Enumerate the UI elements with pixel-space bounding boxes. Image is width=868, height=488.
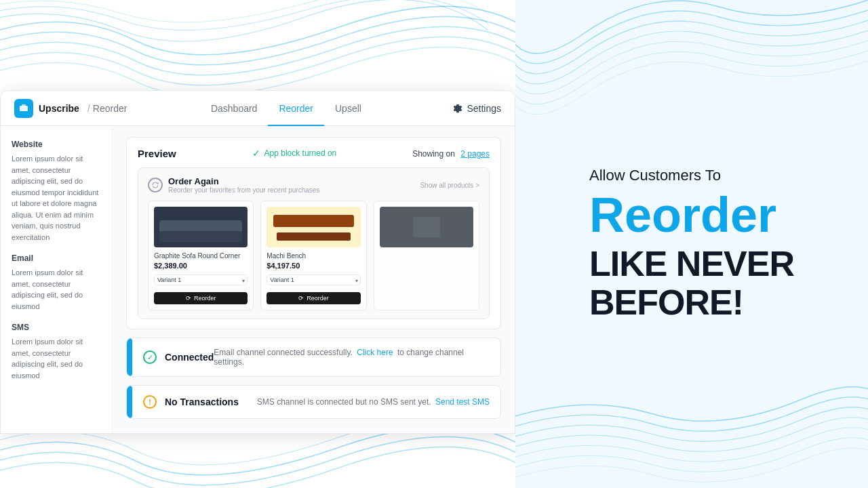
connected-icon-wrapper: ✓ bbox=[143, 350, 157, 364]
sofa-product-price: $2,389.00 bbox=[154, 262, 248, 270]
sidebar: Website Lorem ipsum dolor sit amet, cons… bbox=[1, 126, 113, 433]
app-window: Upscribe / Reorder Dashboard Reorder Ups… bbox=[0, 90, 515, 434]
tab-reorder[interactable]: Reorder bbox=[268, 91, 324, 126]
connected-card-content: ✓ Connected Email channel connected succ… bbox=[132, 338, 500, 376]
order-again-text: Order Again Reorder your favorites from … bbox=[168, 176, 319, 194]
right-panel: Allow Customers To Reorder LIKE NEVER BE… bbox=[515, 0, 868, 488]
product-card-bench: Machi Bench $4,197.50 Variant 1 ⟳ Reord bbox=[260, 201, 366, 310]
pages-count-link[interactable]: 2 pages bbox=[460, 149, 490, 159]
product-card-sofa: Graphite Sofa Round Corner $2,389.00 Var… bbox=[148, 201, 254, 310]
order-again-brand: Order Again Reorder your favorites from … bbox=[148, 176, 319, 194]
refresh-icon bbox=[151, 181, 159, 189]
nav-logo bbox=[14, 99, 33, 118]
bench-product-price: $4,197.50 bbox=[267, 262, 360, 270]
settings-button[interactable]: Settings bbox=[453, 103, 501, 114]
preview-title: Preview bbox=[138, 148, 176, 159]
products-row: Graphite Sofa Round Corner $2,389.00 Var… bbox=[148, 201, 479, 310]
no-transactions-icon-wrapper: ! bbox=[143, 395, 157, 409]
left-panel: Upscribe / Reorder Dashboard Reorder Ups… bbox=[0, 0, 515, 488]
no-transactions-label: No Transactions bbox=[165, 396, 239, 407]
tagline-small: Allow Customers To bbox=[589, 166, 794, 186]
no-transactions-description: SMS channel is connected but no SMS sent… bbox=[257, 397, 490, 407]
check-circle-icon: ✓ bbox=[252, 148, 260, 159]
wave-top-decoration bbox=[0, 0, 515, 95]
bench-reorder-button[interactable]: ⟳ Reorder bbox=[267, 292, 360, 304]
show-all-products[interactable]: Show all products > bbox=[420, 182, 479, 189]
sofa-variant-wrapper: Variant 1 bbox=[154, 272, 248, 289]
bench-variant-wrapper: Variant 1 bbox=[267, 272, 360, 289]
svg-rect-1 bbox=[22, 104, 26, 107]
nav-brand: Upscribe bbox=[14, 99, 79, 118]
nav-separator: / bbox=[87, 103, 90, 114]
sofa-reorder-button[interactable]: ⟳ Reorder bbox=[154, 292, 248, 304]
bench-product-image bbox=[267, 207, 360, 247]
no-transactions-accent-bar bbox=[127, 386, 132, 418]
no-transactions-warn-icon: ! bbox=[143, 395, 157, 409]
connected-link[interactable]: Click here bbox=[357, 348, 393, 357]
order-again-icon bbox=[148, 178, 163, 192]
sofa-variant-select[interactable]: Variant 1 bbox=[154, 274, 248, 285]
connected-desc-text: Email channel connected successfully. bbox=[214, 348, 353, 357]
product-preview-header: Order Again Reorder your favorites from … bbox=[148, 176, 479, 194]
connected-accent-bar bbox=[127, 338, 132, 376]
gear-icon bbox=[453, 104, 462, 113]
order-again-subtitle: Reorder your favorites from your recent … bbox=[168, 186, 319, 194]
connected-description: Email channel connected successfully. Cl… bbox=[214, 348, 490, 367]
no-transactions-desc-text: SMS channel is connected but no SMS sent… bbox=[257, 397, 431, 407]
main-content: Preview ✓ App block turned on Showing on… bbox=[113, 126, 515, 433]
showing-label: Showing on bbox=[412, 149, 455, 159]
tagline-black-line1: LIKE NEVER bbox=[589, 245, 794, 283]
connected-check-icon: ✓ bbox=[143, 350, 157, 364]
showing-pages: Showing on 2 pages bbox=[412, 147, 490, 159]
sofa-reorder-icon: ⟳ bbox=[186, 295, 191, 302]
no-transactions-status-card: ! No Transactions SMS channel is connect… bbox=[126, 385, 501, 419]
sidebar-email-title: Email bbox=[12, 253, 101, 263]
sidebar-website-title: Website bbox=[12, 140, 101, 149]
product-card-dark bbox=[374, 201, 479, 310]
preview-card-header: Preview ✓ App block turned on Showing on… bbox=[127, 138, 500, 167]
sidebar-email-text: Lorem ipsum dolor sit amet, consectetur … bbox=[12, 267, 101, 312]
settings-label: Settings bbox=[467, 103, 501, 114]
sofa-product-image bbox=[154, 207, 248, 247]
sidebar-website-text: Lorem ipsum dolor sit amet, consectetur … bbox=[12, 153, 101, 243]
sofa-reorder-label: Reorder bbox=[194, 295, 216, 302]
connected-status-card: ✓ Connected Email channel connected succ… bbox=[126, 338, 501, 377]
bench-reorder-icon: ⟳ bbox=[298, 295, 304, 302]
sofa-product-name: Graphite Sofa Round Corner bbox=[154, 251, 248, 260]
sidebar-sms-text: Lorem ipsum dolor sit amet, consectetur … bbox=[12, 336, 101, 381]
nav-page: Reorder bbox=[93, 103, 127, 114]
sidebar-sms-title: SMS bbox=[12, 323, 101, 332]
dark-product-image bbox=[380, 207, 473, 247]
right-content: Allow Customers To Reorder LIKE NEVER BE… bbox=[555, 139, 828, 349]
product-preview: Order Again Reorder your favorites from … bbox=[138, 167, 490, 319]
nav-tabs: Dashboard Reorder Upsell bbox=[200, 91, 372, 126]
tab-upsell[interactable]: Upsell bbox=[324, 91, 372, 126]
bench-variant-select[interactable]: Variant 1 bbox=[267, 274, 360, 285]
bench-reorder-label: Reorder bbox=[307, 295, 329, 302]
tab-dashboard[interactable]: Dashboard bbox=[200, 91, 269, 126]
app-body: Website Lorem ipsum dolor sit amet, cons… bbox=[1, 126, 515, 433]
connected-label: Connected bbox=[165, 352, 214, 363]
app-block-status: ✓ App block turned on bbox=[252, 148, 337, 159]
order-again-title: Order Again bbox=[168, 176, 319, 186]
no-transactions-card-content: ! No Transactions SMS channel is connect… bbox=[132, 386, 500, 418]
send-test-sms-link[interactable]: Send test SMS bbox=[435, 397, 490, 407]
navbar: Upscribe / Reorder Dashboard Reorder Ups… bbox=[1, 91, 515, 126]
tagline-black-line2: BEFORE! bbox=[589, 283, 794, 322]
app-block-text: App block turned on bbox=[264, 148, 337, 158]
brand-name: Upscribe bbox=[39, 103, 79, 114]
preview-card: Preview ✓ App block turned on Showing on… bbox=[126, 137, 501, 329]
bench-product-name: Machi Bench bbox=[267, 251, 360, 260]
tagline-big: Reorder bbox=[589, 188, 794, 242]
